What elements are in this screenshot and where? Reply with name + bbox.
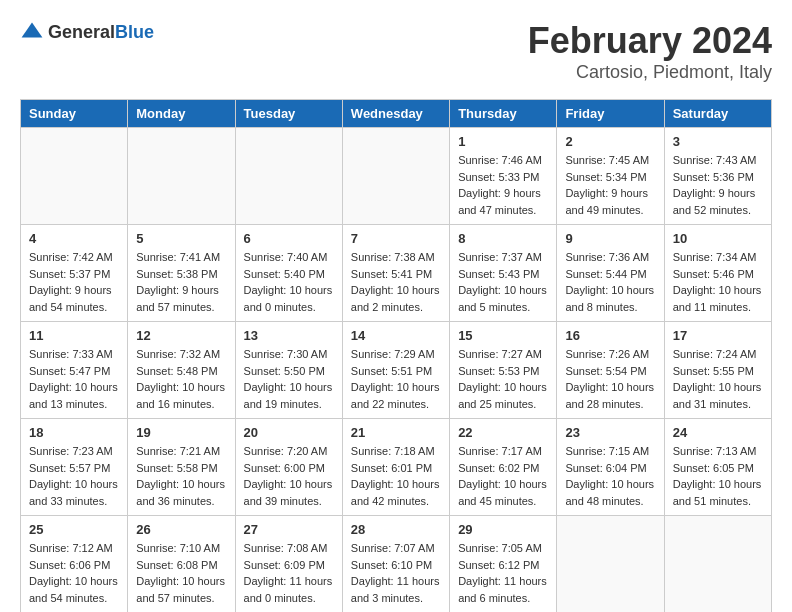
day-number: 3 — [673, 134, 763, 149]
day-info: Sunrise: 7:30 AMSunset: 5:50 PMDaylight:… — [244, 346, 334, 412]
weekday-header-wednesday: Wednesday — [342, 100, 449, 128]
day-info: Sunrise: 7:08 AMSunset: 6:09 PMDaylight:… — [244, 540, 334, 606]
day-info: Sunrise: 7:15 AMSunset: 6:04 PMDaylight:… — [565, 443, 655, 509]
day-number: 13 — [244, 328, 334, 343]
calendar-cell: 22Sunrise: 7:17 AMSunset: 6:02 PMDayligh… — [450, 419, 557, 516]
day-number: 28 — [351, 522, 441, 537]
calendar-cell: 24Sunrise: 7:13 AMSunset: 6:05 PMDayligh… — [664, 419, 771, 516]
calendar-cell: 18Sunrise: 7:23 AMSunset: 5:57 PMDayligh… — [21, 419, 128, 516]
day-number: 2 — [565, 134, 655, 149]
day-info: Sunrise: 7:33 AMSunset: 5:47 PMDaylight:… — [29, 346, 119, 412]
day-number: 26 — [136, 522, 226, 537]
calendar-cell: 21Sunrise: 7:18 AMSunset: 6:01 PMDayligh… — [342, 419, 449, 516]
day-number: 8 — [458, 231, 548, 246]
calendar-cell: 2Sunrise: 7:45 AMSunset: 5:34 PMDaylight… — [557, 128, 664, 225]
day-number: 15 — [458, 328, 548, 343]
calendar-cell — [557, 516, 664, 613]
calendar-cell: 23Sunrise: 7:15 AMSunset: 6:04 PMDayligh… — [557, 419, 664, 516]
logo-icon — [20, 20, 44, 44]
calendar-cell: 19Sunrise: 7:21 AMSunset: 5:58 PMDayligh… — [128, 419, 235, 516]
svg-marker-0 — [22, 22, 43, 37]
day-number: 20 — [244, 425, 334, 440]
calendar-week-row: 4Sunrise: 7:42 AMSunset: 5:37 PMDaylight… — [21, 225, 772, 322]
day-info: Sunrise: 7:43 AMSunset: 5:36 PMDaylight:… — [673, 152, 763, 218]
day-info: Sunrise: 7:29 AMSunset: 5:51 PMDaylight:… — [351, 346, 441, 412]
calendar-week-row: 11Sunrise: 7:33 AMSunset: 5:47 PMDayligh… — [21, 322, 772, 419]
calendar-cell: 12Sunrise: 7:32 AMSunset: 5:48 PMDayligh… — [128, 322, 235, 419]
day-number: 5 — [136, 231, 226, 246]
calendar-cell — [21, 128, 128, 225]
day-number: 22 — [458, 425, 548, 440]
calendar-cell — [128, 128, 235, 225]
day-info: Sunrise: 7:34 AMSunset: 5:46 PMDaylight:… — [673, 249, 763, 315]
title-block: February 2024 Cartosio, Piedmont, Italy — [528, 20, 772, 83]
logo-text: GeneralBlue — [48, 22, 154, 43]
calendar-cell: 1Sunrise: 7:46 AMSunset: 5:33 PMDaylight… — [450, 128, 557, 225]
calendar-cell — [235, 128, 342, 225]
calendar-cell: 8Sunrise: 7:37 AMSunset: 5:43 PMDaylight… — [450, 225, 557, 322]
weekday-header-monday: Monday — [128, 100, 235, 128]
calendar-cell: 11Sunrise: 7:33 AMSunset: 5:47 PMDayligh… — [21, 322, 128, 419]
day-number: 25 — [29, 522, 119, 537]
day-info: Sunrise: 7:05 AMSunset: 6:12 PMDaylight:… — [458, 540, 548, 606]
day-number: 14 — [351, 328, 441, 343]
calendar-cell: 3Sunrise: 7:43 AMSunset: 5:36 PMDaylight… — [664, 128, 771, 225]
day-number: 24 — [673, 425, 763, 440]
calendar-table: SundayMondayTuesdayWednesdayThursdayFrid… — [20, 99, 772, 612]
day-number: 7 — [351, 231, 441, 246]
calendar-cell: 29Sunrise: 7:05 AMSunset: 6:12 PMDayligh… — [450, 516, 557, 613]
calendar-week-row: 1Sunrise: 7:46 AMSunset: 5:33 PMDaylight… — [21, 128, 772, 225]
day-info: Sunrise: 7:12 AMSunset: 6:06 PMDaylight:… — [29, 540, 119, 606]
day-number: 10 — [673, 231, 763, 246]
day-number: 17 — [673, 328, 763, 343]
day-info: Sunrise: 7:41 AMSunset: 5:38 PMDaylight:… — [136, 249, 226, 315]
calendar-cell: 27Sunrise: 7:08 AMSunset: 6:09 PMDayligh… — [235, 516, 342, 613]
day-info: Sunrise: 7:45 AMSunset: 5:34 PMDaylight:… — [565, 152, 655, 218]
day-number: 21 — [351, 425, 441, 440]
day-info: Sunrise: 7:24 AMSunset: 5:55 PMDaylight:… — [673, 346, 763, 412]
weekday-header-sunday: Sunday — [21, 100, 128, 128]
weekday-header-friday: Friday — [557, 100, 664, 128]
calendar-cell: 26Sunrise: 7:10 AMSunset: 6:08 PMDayligh… — [128, 516, 235, 613]
day-info: Sunrise: 7:20 AMSunset: 6:00 PMDaylight:… — [244, 443, 334, 509]
day-info: Sunrise: 7:26 AMSunset: 5:54 PMDaylight:… — [565, 346, 655, 412]
day-info: Sunrise: 7:23 AMSunset: 5:57 PMDaylight:… — [29, 443, 119, 509]
calendar-cell — [342, 128, 449, 225]
calendar-cell — [664, 516, 771, 613]
calendar-cell: 28Sunrise: 7:07 AMSunset: 6:10 PMDayligh… — [342, 516, 449, 613]
calendar-cell: 6Sunrise: 7:40 AMSunset: 5:40 PMDaylight… — [235, 225, 342, 322]
calendar-week-row: 18Sunrise: 7:23 AMSunset: 5:57 PMDayligh… — [21, 419, 772, 516]
month-title: February 2024 — [528, 20, 772, 62]
day-info: Sunrise: 7:13 AMSunset: 6:05 PMDaylight:… — [673, 443, 763, 509]
day-info: Sunrise: 7:32 AMSunset: 5:48 PMDaylight:… — [136, 346, 226, 412]
day-number: 11 — [29, 328, 119, 343]
weekday-header-thursday: Thursday — [450, 100, 557, 128]
calendar-cell: 14Sunrise: 7:29 AMSunset: 5:51 PMDayligh… — [342, 322, 449, 419]
weekday-header-saturday: Saturday — [664, 100, 771, 128]
day-number: 9 — [565, 231, 655, 246]
day-number: 23 — [565, 425, 655, 440]
day-info: Sunrise: 7:37 AMSunset: 5:43 PMDaylight:… — [458, 249, 548, 315]
day-info: Sunrise: 7:36 AMSunset: 5:44 PMDaylight:… — [565, 249, 655, 315]
day-info: Sunrise: 7:10 AMSunset: 6:08 PMDaylight:… — [136, 540, 226, 606]
day-info: Sunrise: 7:40 AMSunset: 5:40 PMDaylight:… — [244, 249, 334, 315]
page-header: GeneralBlue February 2024 Cartosio, Pied… — [20, 20, 772, 83]
day-info: Sunrise: 7:18 AMSunset: 6:01 PMDaylight:… — [351, 443, 441, 509]
calendar-week-row: 25Sunrise: 7:12 AMSunset: 6:06 PMDayligh… — [21, 516, 772, 613]
day-info: Sunrise: 7:38 AMSunset: 5:41 PMDaylight:… — [351, 249, 441, 315]
day-info: Sunrise: 7:27 AMSunset: 5:53 PMDaylight:… — [458, 346, 548, 412]
day-number: 12 — [136, 328, 226, 343]
calendar-cell: 7Sunrise: 7:38 AMSunset: 5:41 PMDaylight… — [342, 225, 449, 322]
day-number: 29 — [458, 522, 548, 537]
calendar-cell: 9Sunrise: 7:36 AMSunset: 5:44 PMDaylight… — [557, 225, 664, 322]
day-info: Sunrise: 7:21 AMSunset: 5:58 PMDaylight:… — [136, 443, 226, 509]
calendar-cell: 13Sunrise: 7:30 AMSunset: 5:50 PMDayligh… — [235, 322, 342, 419]
calendar-cell: 20Sunrise: 7:20 AMSunset: 6:00 PMDayligh… — [235, 419, 342, 516]
weekday-header-tuesday: Tuesday — [235, 100, 342, 128]
day-number: 27 — [244, 522, 334, 537]
day-number: 4 — [29, 231, 119, 246]
logo: GeneralBlue — [20, 20, 154, 44]
day-info: Sunrise: 7:42 AMSunset: 5:37 PMDaylight:… — [29, 249, 119, 315]
weekday-header-row: SundayMondayTuesdayWednesdayThursdayFrid… — [21, 100, 772, 128]
day-number: 1 — [458, 134, 548, 149]
